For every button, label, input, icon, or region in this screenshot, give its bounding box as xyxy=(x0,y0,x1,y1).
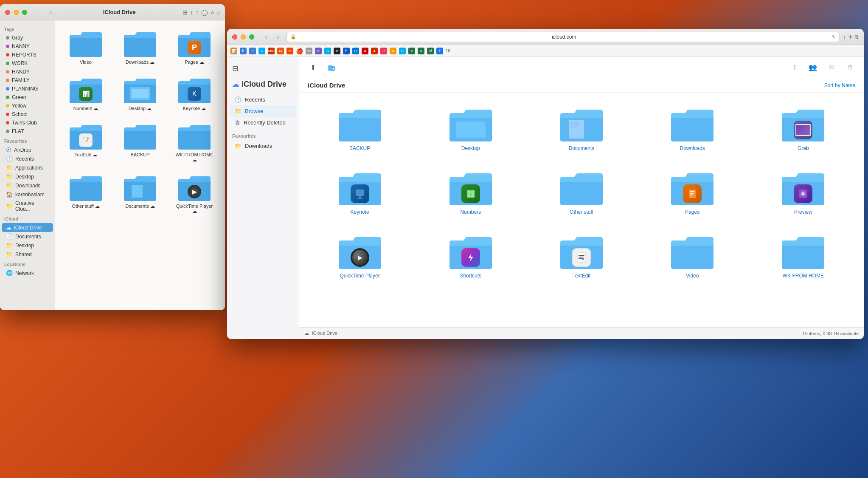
sidebar-item-gray[interactable]: Gray xyxy=(2,34,53,42)
folder-item-wk-from-home[interactable]: WK FROM HOME ☁ xyxy=(169,118,220,166)
sidebar-item-handy[interactable]: HANDY xyxy=(2,68,53,76)
bookmark-s2[interactable]: S xyxy=(324,48,331,54)
icloud-folder-backup[interactable]: BACKUP xyxy=(308,101,412,155)
sidebar-item-twins-club[interactable]: Twins Club xyxy=(2,119,53,127)
folder-item-video[interactable]: Video xyxy=(60,25,111,68)
sidebar-item-airdrop[interactable]: ⦿ AirDrop xyxy=(2,145,53,154)
icloud-folder-downloads[interactable]: Downloads xyxy=(640,101,744,155)
reload-icon[interactable]: ↻ xyxy=(832,34,836,40)
sidebar-item-documents[interactable]: 📄 Documents xyxy=(2,232,53,241)
icloud-folder-textedit[interactable]: TextEdit xyxy=(529,229,633,282)
folder-item-quicktime[interactable]: ▶ QuickTime Player ☁ xyxy=(169,170,220,218)
delete-button[interactable]: 🗑 xyxy=(843,61,857,74)
sidebar-item-creative-cloud[interactable]: 📁 Creative Clou... xyxy=(2,199,53,213)
sidebar-item-work[interactable]: WORK xyxy=(2,59,53,68)
icloud-nav-recently-deleted[interactable]: 🗑 Recently Deleted xyxy=(230,117,296,128)
folder-item-numbers[interactable]: 📊 Numbers ☁ xyxy=(60,72,111,115)
bookmark-f[interactable]: f xyxy=(436,48,443,54)
bookmark-w[interactable]: W xyxy=(306,48,312,54)
browser-close-button[interactable] xyxy=(232,34,237,40)
icloud-folder-wk-from-home[interactable]: WK FROM HOME xyxy=(751,229,855,282)
folder-item-textedit[interactable]: 📝 TextEdit ☁ xyxy=(60,118,111,166)
address-bar[interactable]: icloud.com xyxy=(299,34,829,40)
tag-icon[interactable]: ◯ xyxy=(201,9,208,16)
browser-maximize-button[interactable] xyxy=(249,34,254,40)
bookmark-pen[interactable]: ✏ xyxy=(315,48,322,54)
icloud-folder-grab[interactable]: Grab xyxy=(751,101,855,155)
sidebar-item-desktop[interactable]: 📁 Desktop xyxy=(2,172,53,181)
more-icon[interactable]: » xyxy=(211,9,214,16)
sidebar-item-school[interactable]: School xyxy=(2,110,53,119)
folder-item-downloads[interactable]: Downloads ☁ xyxy=(115,25,166,68)
share-button[interactable]: 👥 xyxy=(806,61,820,74)
bookmark-m[interactable]: M xyxy=(277,48,284,54)
icloud-folder-numbers[interactable]: Numbers xyxy=(419,165,522,218)
bookmark-pocket[interactable]: P xyxy=(380,48,387,54)
sidebar-item-nanny[interactable]: NANNY xyxy=(2,42,53,51)
folder-item-pages[interactable]: P Pages ☁ xyxy=(169,25,220,68)
bookmark-mw[interactable]: MW xyxy=(268,48,275,54)
bookmark-outlook[interactable]: O xyxy=(352,48,359,54)
folder-item-desktop[interactable]: Desktop ☁ xyxy=(115,72,166,115)
icloud-folder-desktop[interactable]: Desktop xyxy=(419,101,522,155)
sort-button[interactable]: Sort by Name xyxy=(824,82,855,88)
sidebar-item-icloud-desktop[interactable]: 📁 Desktop xyxy=(2,241,53,250)
maximize-button[interactable] xyxy=(22,10,27,15)
share-icon[interactable]: ↑ xyxy=(196,9,199,16)
folder-item-other-stuff[interactable]: Other stuff ☁ xyxy=(60,170,111,218)
icloud-folder-shortcuts[interactable]: Shortcuts xyxy=(419,229,522,282)
sidebar-item-shared[interactable]: 📁 Shared xyxy=(2,250,53,259)
close-button[interactable] xyxy=(5,10,10,15)
bookmark-skype2[interactable]: S xyxy=(399,48,406,54)
bookmark-analytics[interactable]: 📊 xyxy=(230,48,237,54)
browser-forward-button[interactable]: › xyxy=(273,33,283,41)
new-tab-icon[interactable]: + xyxy=(848,33,852,41)
sidebar-item-icloud-drive[interactable]: ☁ iCloud Drive xyxy=(2,223,53,232)
browser-minimize-button[interactable] xyxy=(241,34,246,40)
icloud-nav-browse[interactable]: 📁 Browse xyxy=(230,105,296,117)
icloud-folder-pages[interactable]: Pages xyxy=(640,165,744,218)
sidebar-item-yellow[interactable]: Yellow xyxy=(2,102,53,110)
bookmark-red2[interactable]: ● xyxy=(371,48,378,54)
icloud-folder-quicktime[interactable]: ▶ QuickTime Player xyxy=(308,229,412,282)
folder-item-documents[interactable]: Documents ☁ xyxy=(115,170,166,218)
sort-icon[interactable]: ↕ xyxy=(190,9,193,16)
address-bar-wrapper[interactable]: 🔒 icloud.com ↻ xyxy=(287,32,840,42)
sidebar-toggle-icon[interactable]: ⊟ xyxy=(232,64,239,73)
bookmark-excel2[interactable]: X xyxy=(418,48,424,54)
icloud-folder-other-stuff[interactable]: Other stuff xyxy=(529,165,633,218)
bookmark-red[interactable]: ● xyxy=(362,48,368,54)
upload-cloud-button[interactable]: ⬆ xyxy=(787,61,801,74)
folder-item-backup[interactable]: BACKUP xyxy=(115,118,166,166)
folder-item-keynote[interactable]: K Keynote ☁ xyxy=(169,72,220,115)
sidebar-item-downloads[interactable]: 📁 Downloads xyxy=(2,181,53,190)
bookmark-skype[interactable]: S xyxy=(258,48,265,54)
new-folder-button[interactable] xyxy=(325,61,338,74)
bookmark-xl[interactable]: xl xyxy=(427,48,434,54)
bookmark-b3[interactable]: b xyxy=(343,48,350,54)
sidebar-item-reports[interactable]: REPORTS xyxy=(2,51,53,59)
bookmark-bee[interactable]: B xyxy=(334,48,340,54)
view-toggle-icon[interactable]: ⊞ xyxy=(183,9,188,16)
bookmark-amazon[interactable]: a xyxy=(390,48,396,54)
sidebar-item-karenhaslam[interactable]: 🏠 karenhaslam xyxy=(2,190,53,199)
bookmark-b2[interactable]: b xyxy=(249,48,256,54)
search-icon[interactable]: ⌕ xyxy=(216,9,220,16)
icloud-nav-downloads[interactable]: 📁 Downloads xyxy=(230,140,296,152)
bookmark-18[interactable]: 18 xyxy=(446,48,450,53)
sidebar-item-recents[interactable]: 🕐 Recents xyxy=(2,154,53,163)
bookmark-excel[interactable]: X xyxy=(408,48,415,54)
bookmark-b1[interactable]: b xyxy=(240,48,247,54)
sidebar-item-family[interactable]: FAMILY xyxy=(2,76,53,85)
upload-button[interactable]: ⬆ xyxy=(306,61,320,74)
sidebar-item-flat[interactable]: FLAT xyxy=(2,127,53,136)
tab-overview-icon[interactable]: ⧉ xyxy=(855,34,859,40)
icloud-folder-documents[interactable]: Documents xyxy=(529,101,633,155)
browser-back-button[interactable]: ‹ xyxy=(261,33,271,41)
forward-button[interactable]: › xyxy=(46,8,56,17)
share-icon[interactable]: ↑ xyxy=(843,34,846,40)
icloud-folder-keynote[interactable]: Keynote xyxy=(308,165,412,218)
icloud-folder-video[interactable]: Video xyxy=(640,229,744,282)
bookmark-m2[interactable]: M xyxy=(287,48,293,54)
back-button[interactable]: ‹ xyxy=(34,8,44,17)
